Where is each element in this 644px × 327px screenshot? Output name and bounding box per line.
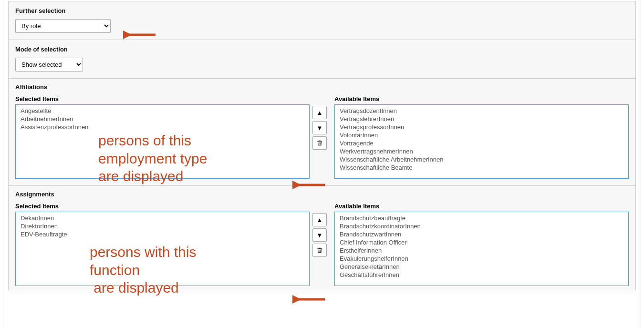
- further-selection-label: Further selection: [15, 7, 629, 14]
- list-item[interactable]: GeschäftsführerInnen: [335, 271, 628, 279]
- remove-button[interactable]: [312, 136, 327, 150]
- affiliations-available-label: Available Items: [334, 95, 629, 102]
- affiliations-available-col: Available Items VertragsdozentInnenVertr…: [334, 91, 629, 179]
- move-up-button[interactable]: ▲: [312, 106, 327, 119]
- list-item[interactable]: VolontärInnen: [335, 131, 628, 139]
- list-item[interactable]: BrandschutzkoordinatorInnen: [335, 222, 628, 230]
- form-container: Further selection By role Mode of select…: [3, 0, 641, 327]
- affiliations-selected-label: Selected Items: [15, 95, 310, 102]
- affiliations-selected-col: Selected Items AngestellteArbeitnehmerIn…: [15, 91, 310, 179]
- list-item[interactable]: VertragsdozentInnen: [335, 107, 628, 115]
- assignments-selected-label: Selected Items: [15, 203, 310, 210]
- triangle-down-icon: ▼: [317, 124, 323, 132]
- assignments-available-label: Available Items: [334, 203, 629, 210]
- assignments-available-list[interactable]: BrandschutzbeauftragteBrandschutzkoordin…: [334, 212, 629, 286]
- affiliations-panel: Affiliations Selected Items AngestellteA…: [8, 79, 636, 186]
- list-item[interactable]: Brandschutzbeauftragte: [335, 214, 628, 222]
- further-selection-panel: Further selection By role: [8, 1, 636, 40]
- remove-button[interactable]: [312, 244, 327, 257]
- list-item[interactable]: DirektorInnen: [16, 222, 309, 230]
- affiliations-title: Affiliations: [15, 83, 629, 91]
- move-down-button[interactable]: ▼: [312, 228, 327, 242]
- list-item[interactable]: Wissenschaftliche ArbeitnehmerInnen: [335, 155, 628, 164]
- assignments-available-col: Available Items BrandschutzbeauftragteBr…: [334, 198, 629, 286]
- list-item[interactable]: AssistenzprofessorInnen: [16, 123, 309, 131]
- list-item[interactable]: ErsthelferInnen: [335, 246, 628, 255]
- list-item[interactable]: Chief Information Officer: [335, 238, 628, 246]
- triangle-down-icon: ▼: [317, 232, 323, 239]
- mode-of-selection-select[interactable]: Show selected: [15, 58, 83, 72]
- list-item[interactable]: EDV-Beauftragte: [16, 230, 309, 238]
- affiliations-available-list[interactable]: VertragsdozentInnenVertragslehrerInnenVe…: [334, 104, 629, 179]
- affiliations-controls: ▲ ▼: [312, 91, 332, 150]
- affiliations-selected-list[interactable]: AngestellteArbeitnehmerInnenAssistenzpro…: [15, 104, 310, 179]
- assignments-selected-list[interactable]: DekanInnenDirektorInnenEDV-Beauftragte: [15, 212, 310, 286]
- list-item[interactable]: ArbeitnehmerInnen: [16, 115, 309, 123]
- triangle-up-icon: ▲: [317, 109, 323, 116]
- move-up-button[interactable]: ▲: [312, 213, 327, 226]
- list-item[interactable]: VertragsprofessorInnen: [335, 123, 628, 131]
- trash-icon: [316, 247, 323, 254]
- further-selection-select[interactable]: By role: [15, 19, 111, 33]
- mode-of-selection-label: Mode of selection: [15, 46, 629, 53]
- list-item[interactable]: WerkvertragsnehmerInnen: [335, 147, 628, 155]
- move-down-button[interactable]: ▼: [312, 121, 327, 134]
- triangle-up-icon: ▲: [317, 216, 323, 224]
- mode-of-selection-panel: Mode of selection Show selected: [8, 40, 636, 79]
- list-item[interactable]: BrandschutzwartInnen: [335, 230, 628, 238]
- list-item[interactable]: VertragslehrerInnen: [335, 115, 628, 123]
- assignments-selected-col: Selected Items DekanInnenDirektorInnenED…: [15, 198, 310, 286]
- list-item[interactable]: DekanInnen: [16, 214, 309, 222]
- trash-icon: [316, 140, 323, 146]
- list-item[interactable]: Angestellte: [16, 107, 309, 115]
- assignments-controls: ▲ ▼: [312, 198, 332, 257]
- assignments-panel: Assignments Selected Items DekanInnenDir…: [8, 186, 636, 290]
- assignments-title: Assignments: [15, 191, 629, 198]
- list-item[interactable]: Vortragende: [335, 139, 628, 147]
- list-item[interactable]: EvakuierungshelferInnen: [335, 255, 628, 263]
- list-item[interactable]: GeneralsekretärInnen: [335, 263, 628, 271]
- list-item[interactable]: Wissenschaftliche Beamte: [335, 164, 628, 172]
